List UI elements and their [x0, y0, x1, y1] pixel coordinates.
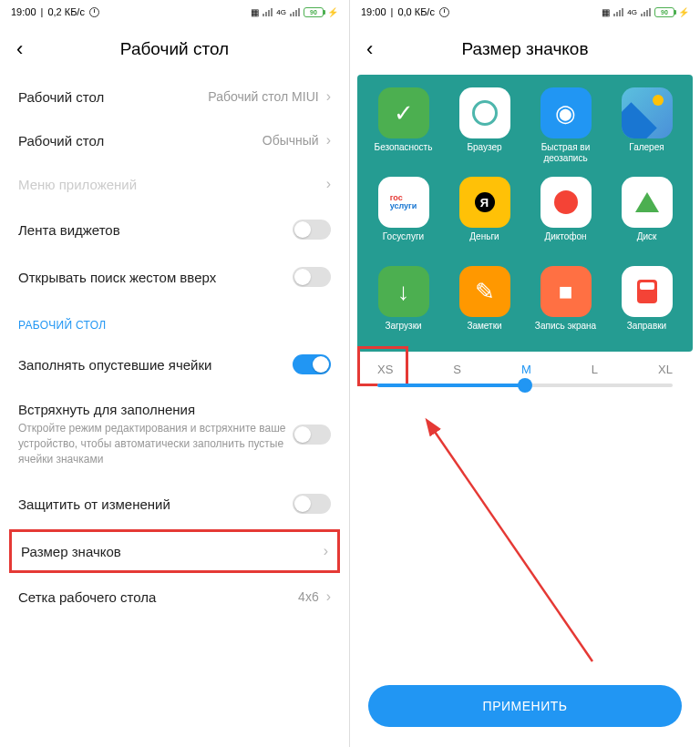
icon-preview: ✓БезопасностьБраузер◉Быстрая ви деозапис…: [357, 75, 693, 352]
settings-row[interactable]: Встряхнуть для заполненияОткройте режим …: [0, 388, 349, 480]
battery-icon: 90: [654, 7, 674, 17]
chevron-right-icon: ›: [324, 543, 328, 559]
app-icon[interactable]: Браузер: [448, 87, 521, 164]
app-icon[interactable]: ↓Загрузки: [366, 266, 440, 343]
app-icon[interactable]: ◉Быстрая ви деозапись: [529, 87, 602, 164]
app-icon[interactable]: ЯДеньги: [448, 177, 521, 253]
chevron-right-icon: ›: [326, 176, 331, 192]
app-icon[interactable]: госуслугиГосуслуги: [366, 177, 440, 253]
annotation-highlight-box: [357, 346, 408, 386]
row-label: Защитить от изменений: [18, 496, 293, 512]
settings-row[interactable]: Размер значков›: [9, 529, 340, 573]
app-icon[interactable]: ✓Безопасность: [366, 87, 440, 164]
row-label: Размер значков: [21, 544, 324, 559]
status-bar: 19:00 | 0,2 КБ/с ▦ 4G 90 ⚡: [0, 0, 349, 24]
network-label: 4G: [276, 8, 286, 16]
alarm-icon: [89, 7, 99, 17]
toggle-switch[interactable]: [293, 494, 331, 514]
status-time: 19:00: [11, 6, 36, 17]
app-label: Галерея: [629, 142, 664, 164]
icon-size-screen: 19:00 | 0,0 КБ/с ▦ 4G 90 ⚡ ‹ Размер знач…: [350, 0, 700, 747]
settings-row[interactable]: Меню приложений›: [0, 162, 349, 206]
annotation-arrow: [428, 425, 611, 683]
slider-thumb[interactable]: [518, 378, 532, 393]
status-bar: 19:00 | 0,0 КБ/с ▦ 4G 90 ⚡: [350, 0, 700, 24]
app-icon-image: ■: [540, 266, 592, 317]
row-label: Рабочий стол: [18, 89, 208, 105]
status-time: 19:00: [361, 6, 386, 17]
network-label: 4G: [627, 8, 637, 16]
sim-icon: ▦: [251, 7, 259, 17]
toggle-switch[interactable]: [293, 220, 331, 240]
row-value: Рабочий стол MIUI: [208, 89, 318, 104]
app-label: Безопасность: [375, 142, 433, 164]
apply-button[interactable]: ПРИМЕНИТЬ: [368, 685, 682, 727]
settings-row[interactable]: Лента виджетов: [0, 206, 349, 253]
app-label: Быстрая ви деозапись: [529, 142, 602, 164]
settings-row[interactable]: Рабочий столРабочий стол MIUI›: [0, 75, 349, 118]
row-description: Откройте режим редактирования и встряхни…: [18, 421, 293, 466]
header: ‹ Рабочий стол: [0, 24, 349, 75]
row-label: Открывать поиск жестом вверх: [18, 270, 293, 285]
signal-icon: [613, 8, 623, 16]
app-icon-image: [540, 177, 592, 228]
app-label: Заметки: [467, 321, 501, 343]
settings-row[interactable]: Открывать поиск жестом вверх: [0, 253, 349, 301]
chevron-right-icon: ›: [326, 88, 331, 105]
app-icon[interactable]: Диктофон: [529, 177, 602, 253]
row-label: Заполнять опустевшие ячейки: [18, 357, 293, 373]
signal-icon-2: [641, 8, 651, 16]
page-title: Размер значков: [394, 39, 684, 59]
toggle-switch[interactable]: [293, 354, 331, 374]
app-icon-image: [622, 266, 673, 317]
app-label: Деньги: [469, 231, 499, 253]
app-label: Заправки: [627, 321, 666, 343]
size-option-xl[interactable]: XL: [658, 363, 673, 376]
app-icon[interactable]: Заправки: [610, 266, 684, 343]
toggle-switch[interactable]: [293, 267, 331, 287]
size-option-s[interactable]: S: [453, 363, 461, 376]
app-icon-image: ↓: [378, 266, 429, 317]
section-header: РАБОЧИЙ СТОЛ: [0, 301, 349, 341]
alarm-icon: [439, 7, 449, 17]
app-icon[interactable]: ✎Заметки: [448, 266, 521, 343]
svg-line-0: [433, 429, 592, 661]
status-speed: 0,0 КБ/с: [397, 6, 435, 17]
row-label: Сетка рабочего стола: [18, 589, 298, 605]
size-option-l[interactable]: L: [592, 363, 598, 376]
sim-icon: ▦: [602, 7, 610, 17]
settings-row[interactable]: Рабочий столОбычный›: [0, 118, 349, 162]
toggle-switch[interactable]: [293, 425, 331, 445]
settings-row[interactable]: Заполнять опустевшие ячейки: [0, 341, 349, 388]
app-icon-image: [622, 177, 673, 228]
app-label: Диск: [637, 231, 657, 253]
settings-screen: 19:00 | 0,2 КБ/с ▦ 4G 90 ⚡ ‹ Рабочий сто…: [0, 0, 350, 747]
size-slider[interactable]: [377, 384, 673, 387]
chevron-right-icon: ›: [326, 132, 331, 148]
size-selector: XSSMLXL: [350, 352, 700, 387]
app-icon[interactable]: ■Запись экрана: [529, 266, 602, 343]
app-label: Диктофон: [544, 231, 586, 253]
app-label: Госуслуги: [383, 231, 424, 253]
app-label: Браузер: [467, 142, 501, 164]
back-button[interactable]: ‹: [366, 37, 394, 61]
app-label: Загрузки: [385, 321, 421, 343]
back-button[interactable]: ‹: [16, 37, 44, 61]
app-icon-image: госуслуги: [378, 177, 429, 228]
app-icon-image: ✎: [459, 266, 510, 317]
app-icon-image: [459, 87, 510, 138]
row-value: Обычный: [262, 133, 319, 148]
settings-row[interactable]: Сетка рабочего стола4x6›: [0, 575, 349, 619]
size-option-m[interactable]: M: [521, 363, 531, 376]
app-icon-image: [622, 87, 673, 138]
app-icon[interactable]: Галерея: [610, 87, 684, 164]
status-speed: 0,2 КБ/с: [47, 6, 85, 17]
chevron-right-icon: ›: [326, 588, 331, 605]
battery-icon: 90: [304, 7, 324, 17]
app-icon[interactable]: Диск: [610, 177, 684, 253]
signal-icon-2: [290, 8, 300, 16]
row-label: Меню приложений: [18, 177, 326, 192]
app-icon-image: ✓: [378, 87, 429, 138]
settings-row[interactable]: Защитить от изменений: [0, 480, 349, 527]
charge-icon: ⚡: [327, 7, 338, 17]
